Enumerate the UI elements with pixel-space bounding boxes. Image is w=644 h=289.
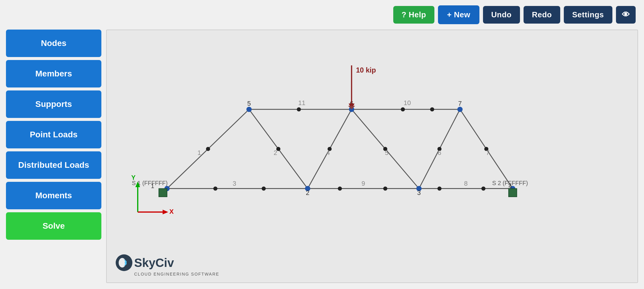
svg-point-18 — [401, 107, 405, 111]
logo-icon — [116, 254, 132, 271]
undo-button[interactable]: Undo — [483, 6, 520, 24]
logo-subtext: CLOUD ENGINEERING SOFTWARE — [116, 272, 219, 276]
svg-text:9: 9 — [362, 180, 365, 187]
supports-button[interactable]: Supports — [6, 90, 101, 118]
logo-text: SkyCiv — [134, 256, 174, 270]
settings-button[interactable]: Settings — [564, 6, 612, 24]
svg-marker-64 — [162, 210, 168, 214]
svg-rect-50 — [159, 189, 167, 197]
header: ? Help + New Undo Redo Settings 👁 — [0, 0, 644, 30]
point-loads-button[interactable]: Point Loads — [6, 121, 101, 148]
svg-point-13 — [338, 187, 342, 191]
svg-text:6: 6 — [438, 149, 441, 156]
svg-text:3: 3 — [233, 180, 236, 187]
svg-text:4: 4 — [326, 149, 330, 156]
nodes-button[interactable]: Nodes — [6, 30, 101, 57]
solve-button[interactable]: Solve — [6, 212, 101, 240]
redo-button[interactable]: Redo — [524, 6, 560, 24]
svg-point-15 — [437, 187, 442, 191]
svg-text:10: 10 — [404, 99, 411, 107]
canvas-area[interactable]: 1 2 3 4 5 9 6 7 8 11 10 — [106, 30, 638, 283]
moments-button[interactable]: Moments — [6, 182, 101, 209]
svg-text:11: 11 — [298, 99, 305, 107]
svg-point-14 — [383, 187, 387, 191]
svg-point-11 — [213, 187, 217, 191]
distributed-loads-button[interactable]: Distributed Loads — [6, 151, 101, 179]
skyciv-logo: SkyCiv CLOUD ENGINEERING SOFTWARE — [116, 254, 219, 276]
svg-text:7: 7 — [486, 149, 490, 156]
svg-text:1: 1 — [197, 149, 201, 156]
svg-point-17 — [297, 107, 301, 111]
svg-point-43 — [457, 107, 463, 112]
svg-text:5: 5 — [385, 149, 388, 156]
svg-text:S 2 (FFFFFF): S 2 (FFFFFF) — [492, 180, 528, 186]
svg-text:5: 5 — [247, 100, 251, 107]
main-layout: Nodes Members Supports Point Loads Distr… — [0, 30, 644, 289]
svg-text:2: 2 — [274, 149, 277, 156]
svg-point-16 — [481, 187, 485, 191]
svg-text:Y: Y — [131, 174, 136, 181]
svg-rect-53 — [509, 189, 517, 197]
svg-point-20 — [206, 147, 210, 151]
svg-text:10 kip: 10 kip — [356, 66, 376, 74]
svg-text:X: X — [169, 208, 174, 215]
svg-text:8: 8 — [464, 180, 467, 187]
svg-text:3: 3 — [417, 189, 421, 196]
sidebar: Nodes Members Supports Point Loads Distr… — [6, 30, 101, 283]
svg-text:2: 2 — [306, 189, 309, 196]
svg-text:7: 7 — [458, 100, 462, 107]
help-button[interactable]: ? Help — [393, 6, 434, 24]
members-button[interactable]: Members — [6, 60, 101, 87]
structure-diagram: 1 2 3 4 5 9 6 7 8 11 10 — [107, 30, 637, 282]
svg-point-12 — [262, 187, 266, 191]
new-button[interactable]: + New — [438, 5, 479, 24]
svg-point-19 — [430, 107, 434, 111]
svg-point-41 — [246, 107, 252, 112]
eye-button[interactable]: 👁 — [616, 6, 636, 24]
